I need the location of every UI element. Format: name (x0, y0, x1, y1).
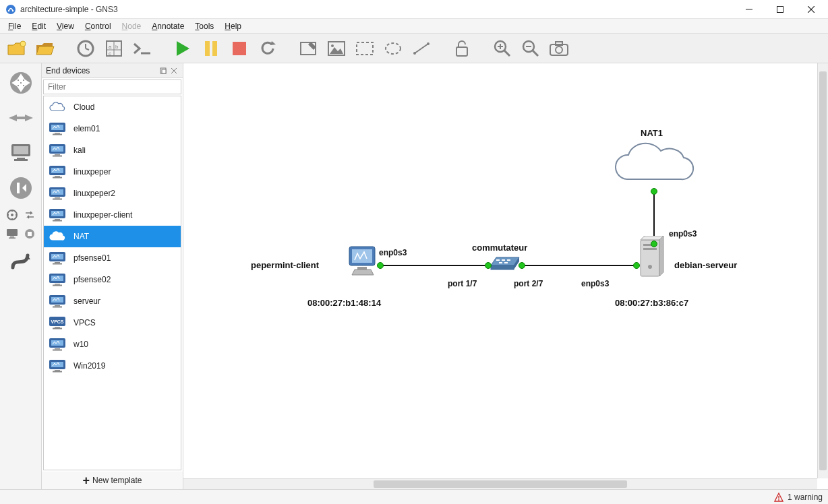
toolbar-draw-rect[interactable] (295, 36, 321, 61)
device-label: pfsense01 (73, 253, 111, 263)
port-server-top: enp0s3 (669, 229, 697, 239)
svg-marker-25 (330, 47, 343, 54)
category-switches[interactable] (5, 102, 36, 133)
port-switch-left: port 1/7 (448, 279, 477, 288)
svg-marker-114 (352, 270, 374, 275)
topology-canvas[interactable]: pepermint-clientenp0s308:00:27:b1:48:14c… (183, 63, 828, 489)
device-pfsense01[interactable]: pfsense01 (44, 247, 181, 269)
svg-rect-46 (17, 158, 25, 159)
menu-edit[interactable]: Edit (26, 20, 51, 32)
device-win2019[interactable]: Win2019 (44, 355, 181, 377)
svg-rect-32 (456, 47, 467, 56)
svg-point-0 (6, 5, 16, 14)
device-label: linuxpeper-client (73, 210, 132, 220)
device-linuxpeper-client[interactable]: linuxpeper-client (44, 204, 181, 226)
maximize-button[interactable] (765, 0, 796, 19)
menu-help[interactable]: Help (219, 20, 247, 32)
toolbar-screenshot[interactable] (546, 36, 572, 61)
device-elem01[interactable]: elem01 (44, 118, 181, 139)
svg-point-26 (331, 44, 334, 47)
node-nat1[interactable] (607, 140, 701, 191)
link-line[interactable] (522, 265, 637, 266)
menu-control[interactable]: Control (80, 20, 117, 32)
toolbar-zoom-in[interactable] (490, 36, 515, 61)
panel-close-button[interactable] (169, 66, 179, 75)
link-endpoint (485, 262, 492, 269)
node-pepermint-client[interactable] (345, 245, 380, 279)
pc-icon (48, 294, 67, 309)
minimize-button[interactable] (734, 0, 765, 19)
toolbar-console[interactable] (129, 36, 155, 61)
toolbar-draw-line[interactable] (409, 36, 434, 61)
toolbar-open-project[interactable] (32, 36, 58, 61)
status-warning[interactable]: 1 warning (774, 493, 823, 502)
category-routers[interactable] (5, 67, 36, 98)
panel-title: End devices (46, 66, 90, 75)
toolbar-clock[interactable] (73, 36, 98, 61)
toolbar-lock[interactable] (449, 36, 475, 61)
stop-small-icon[interactable] (22, 226, 37, 241)
pc-icon (48, 143, 67, 158)
browse-all-devices[interactable] (5, 208, 20, 222)
panel-header: End devices (42, 63, 183, 78)
node-commutateur[interactable] (488, 253, 522, 272)
category-security[interactable] (5, 172, 36, 203)
device-w10[interactable]: w10 (44, 334, 181, 355)
device-list[interactable]: Cloudelem01kalilinuxpeperlinuxpeper2linu… (43, 96, 181, 470)
device-label: serveur (73, 296, 100, 306)
swap-appliance[interactable] (22, 208, 37, 222)
svg-rect-64 (162, 69, 166, 73)
device-label: elem01 (73, 124, 100, 133)
monitor-small-icon[interactable] (5, 226, 20, 241)
canvas-scrollbar-horizontal[interactable] (183, 478, 817, 489)
svg-rect-86 (53, 220, 62, 222)
pc-icon (48, 208, 67, 222)
device-nat[interactable]: NAT (44, 226, 181, 247)
device-pfsense02[interactable]: pfsense02 (44, 269, 181, 290)
toolbar-zoom-out[interactable] (518, 36, 543, 61)
svg-rect-121 (499, 262, 502, 263)
menu-file[interactable]: File (3, 20, 26, 32)
toolbar-stop[interactable] (227, 36, 252, 61)
toolbar-new-project[interactable] (4, 36, 30, 61)
panel-detach-button[interactable] (158, 66, 168, 75)
device-serveur[interactable]: serveur (44, 290, 181, 312)
svg-rect-106 (53, 350, 62, 351)
devices-panel: End devices Cloudelem01kalilinuxpeperlin… (42, 63, 183, 489)
pc-icon (48, 272, 67, 287)
toolbar-draw-image[interactable] (324, 36, 349, 61)
port-client: enp0s3 (379, 248, 407, 257)
device-linuxpeper[interactable]: linuxpeper (44, 161, 181, 183)
canvas-scrollbar-vertical[interactable] (817, 63, 828, 478)
device-cloud[interactable]: Cloud (44, 96, 181, 118)
new-template-button[interactable]: + New template (42, 472, 183, 489)
toolbar-snap-grid[interactable]: abc (101, 36, 127, 61)
svg-rect-109 (55, 370, 60, 371)
svg-point-48 (10, 177, 32, 199)
category-end-devices[interactable] (5, 137, 36, 168)
link-line[interactable] (380, 265, 488, 266)
toolbar-draw-rect-dash[interactable] (352, 36, 378, 61)
svg-point-42 (556, 46, 562, 53)
svg-point-128 (648, 265, 652, 269)
svg-marker-18 (177, 41, 189, 56)
device-kali[interactable]: kali (44, 139, 181, 161)
svg-point-7 (20, 41, 26, 46)
close-button[interactable] (796, 0, 827, 19)
svg-rect-68 (51, 125, 63, 130)
toolbar-draw-ellipse[interactable] (380, 36, 406, 61)
toolbar-pause[interactable] (198, 36, 224, 61)
menu-tools[interactable]: Tools (189, 20, 219, 32)
svg-marker-22 (270, 41, 276, 45)
menu-view[interactable]: View (51, 20, 80, 32)
link-endpoint (377, 262, 384, 269)
toolbar-play[interactable] (170, 36, 196, 61)
device-category-bar (0, 63, 42, 489)
toolbar-reload[interactable] (255, 36, 280, 61)
svg-rect-94 (53, 285, 62, 286)
device-linuxpeper2[interactable]: linuxpeper2 (44, 183, 181, 204)
device-filter-input[interactable] (43, 80, 181, 94)
add-link[interactable] (5, 245, 36, 276)
menu-annotate[interactable]: Annotate (146, 20, 189, 32)
device-vpcs[interactable]: VPCSVPCS (44, 312, 181, 334)
